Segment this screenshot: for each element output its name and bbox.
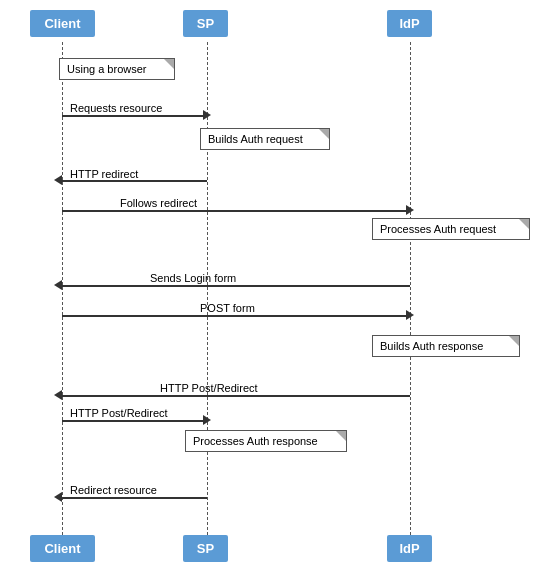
note-builds-auth-response: Builds Auth response [372,335,520,357]
note-builds-auth-request: Builds Auth request [200,128,330,150]
arrowhead-http-post-redirect-2 [203,415,211,425]
arrowhead-sends-login-form [54,280,62,290]
line-http-post-redirect-1 [62,395,410,397]
actor-sp-top: SP [183,10,228,37]
arrowhead-http-redirect [54,175,62,185]
line-requests-resource [62,115,207,117]
arrowhead-redirect-resource [54,492,62,502]
line-sends-login-form [62,285,410,287]
sequence-diagram: Client SP IdP Using a browser Requests r… [0,0,551,571]
arrowhead-http-post-redirect-1 [54,390,62,400]
actor-idp-top: IdP [387,10,432,37]
label-http-post-redirect-2: HTTP Post/Redirect [70,407,168,419]
note-processes-auth-request: Processes Auth request [372,218,530,240]
actor-idp-bottom: IdP [387,535,432,562]
arrowhead-requests-resource [203,110,211,120]
line-post-form [62,315,410,317]
note-using-browser: Using a browser [59,58,175,80]
line-http-post-redirect-2 [62,420,207,422]
label-post-form: POST form [200,302,255,314]
label-redirect-resource: Redirect resource [70,484,157,496]
label-follows-redirect: Follows redirect [120,197,197,209]
label-http-redirect: HTTP redirect [70,168,138,180]
line-http-redirect [62,180,207,182]
actor-client-bottom: Client [30,535,95,562]
label-http-post-redirect-1: HTTP Post/Redirect [160,382,258,394]
lifeline-idp [410,42,411,535]
line-follows-redirect [62,210,410,212]
label-requests-resource: Requests resource [70,102,162,114]
line-redirect-resource [62,497,207,499]
actor-sp-bottom: SP [183,535,228,562]
actor-client-top: Client [30,10,95,37]
label-sends-login-form: Sends Login form [150,272,236,284]
arrowhead-follows-redirect [406,205,414,215]
note-processes-auth-response: Processes Auth response [185,430,347,452]
arrowhead-post-form [406,310,414,320]
